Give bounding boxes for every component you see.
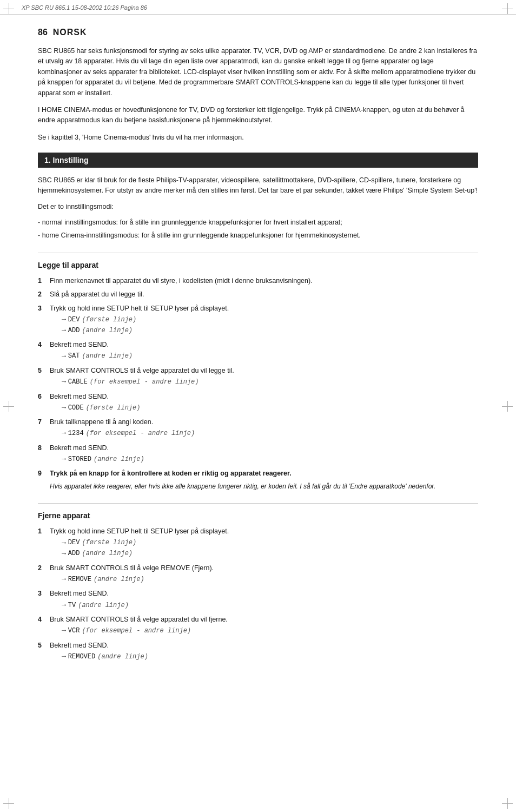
step-num-6: 6 bbox=[38, 392, 50, 402]
legge-step-7: 7 Bruk tallknappene til å angi koden. → … bbox=[38, 417, 478, 440]
reg-mark-br bbox=[502, 798, 513, 809]
step3-label-2: (andre linje) bbox=[82, 326, 133, 335]
step6-label-1: (første linje) bbox=[86, 404, 141, 413]
divider-fjerne bbox=[38, 503, 478, 504]
fjerne-step-5: 5 Bekreft med SEND. → REMOVED (andre lin… bbox=[38, 641, 478, 663]
intro-para-2: I HOME CINEMA-modus er hovedfunksjonene … bbox=[38, 105, 478, 126]
fjerne-step2-label-1: (andre linje) bbox=[94, 575, 144, 584]
step-content-9: Trykk på en knapp for å kontrollere at k… bbox=[50, 468, 478, 491]
mode-item-2: home Cinema-innstillingsmodus: for å sti… bbox=[38, 230, 478, 241]
step-text-6: Bekreft med SEND. bbox=[50, 393, 109, 400]
fjerne-step-text-5: Bekreft med SEND. bbox=[50, 642, 109, 649]
step6-val-1: CODE bbox=[68, 404, 84, 413]
step-num-7: 7 bbox=[38, 417, 50, 427]
fjerne-step1-arrow-1: → DEV (første linje) bbox=[62, 538, 478, 548]
step-text-1: Finn merkenavnet til apparatet du vil st… bbox=[50, 277, 313, 285]
section1-body: SBC RU865 er klar til bruk for de fleste… bbox=[38, 175, 478, 196]
step-num-4: 4 bbox=[38, 340, 50, 350]
step-text-7: Bruk tallknappene til å angi koden. bbox=[50, 418, 153, 426]
step-content-2: Slå på apparatet du vil legge til. bbox=[50, 289, 478, 300]
fjerne-step2-val-1: REMOVE bbox=[68, 575, 91, 584]
legge-step-3: 3 Trykk og hold inne SETUP helt til SETU… bbox=[38, 303, 478, 337]
step4-val-1: SAT bbox=[68, 352, 80, 361]
legge-step-6: 6 Bekreft med SEND. → CODE (første linje… bbox=[38, 392, 478, 414]
fjerne-step2-arrow-1: → REMOVE (andre linje) bbox=[62, 575, 478, 584]
step-text-9: Trykk på en knapp for å kontrollere at k… bbox=[50, 470, 292, 477]
step6-arrow-1: → CODE (første linje) bbox=[62, 403, 478, 413]
reg-mark-mr bbox=[502, 401, 513, 412]
fjerne-title: Fjerne apparat bbox=[38, 511, 478, 520]
step-content-7: Bruk tallknappene til å angi koden. → 12… bbox=[50, 417, 478, 440]
step7-arrow-1: → 1234 (for eksempel - andre linje) bbox=[62, 428, 478, 438]
fjerne-step-content-3: Bekreft med SEND. → TV (andre linje) bbox=[50, 589, 478, 611]
fjerne-step-3: 3 Bekreft med SEND. → TV (andre linje) bbox=[38, 589, 478, 611]
fjerne-step1-val-2: ADD bbox=[68, 549, 80, 558]
fjerne-step-1: 1 Trykk og hold inne SETUP helt til SETU… bbox=[38, 526, 478, 560]
legge-title: Legge til apparat bbox=[38, 261, 478, 269]
step3-arrow-2: → ADD (andre linje) bbox=[62, 326, 478, 335]
fjerne-step-text-2: Bruk SMART CONTROLS til å velge REMOVE (… bbox=[50, 564, 214, 572]
fjerne-step-text-1: Trykk og hold inne SETUP helt til SETUP … bbox=[50, 527, 229, 535]
step-text-5: Bruk SMART CONTROLS til å velge apparate… bbox=[50, 367, 234, 374]
intro-para-3: Se i kapittel 3, 'Home Cinema-modus' hvi… bbox=[38, 133, 478, 143]
reg-mark-tr bbox=[502, 3, 513, 14]
fjerne-step-num-1: 1 bbox=[38, 526, 50, 537]
section1-header: 1. Innstilling bbox=[38, 153, 478, 168]
fjerne-step-content-5: Bekreft med SEND. → REMOVED (andre linje… bbox=[50, 641, 478, 663]
step5-val-1: CABLE bbox=[68, 378, 88, 387]
step-text-4: Bekreft med SEND. bbox=[50, 341, 109, 348]
step-content-5: Bruk SMART CONTROLS til å velge apparate… bbox=[50, 366, 478, 388]
fjerne-step1-val-1: DEV bbox=[68, 538, 80, 547]
step-content-8: Bekreft med SEND. → STORED (andre linje) bbox=[50, 443, 478, 466]
step-content-6: Bekreft med SEND. → CODE (første linje) bbox=[50, 392, 478, 414]
mode-item-1: normal innstillingsmodus: for å stille i… bbox=[38, 217, 478, 228]
fjerne-step-text-4: Bruk SMART CONTROLS til å velge apparate… bbox=[50, 616, 228, 623]
fjerne-step4-arrow-1: → VCR (for eksempel - andre linje) bbox=[62, 626, 478, 636]
fjerne-step4-label-1: (for eksempel - andre linje) bbox=[82, 626, 191, 636]
step-num-1: 1 bbox=[38, 276, 50, 286]
step9-note: Hvis apparatet ikke reagerer, eller hvis… bbox=[50, 481, 478, 492]
step8-arrow-1: → STORED (andre linje) bbox=[62, 454, 478, 464]
step-text-3: Trykk og hold inne SETUP helt til SETUP … bbox=[50, 305, 229, 312]
fjerne-step-content-1: Trykk og hold inne SETUP helt til SETUP … bbox=[50, 526, 478, 560]
page-number: 86 bbox=[38, 28, 48, 37]
fjerne-step-num-3: 3 bbox=[38, 589, 50, 599]
step8-label-1: (andre linje) bbox=[94, 455, 144, 464]
step-content-3: Trykk og hold inne SETUP helt til SETUP … bbox=[50, 303, 478, 337]
step-num-3: 3 bbox=[38, 303, 50, 314]
step4-label-1: (andre linje) bbox=[82, 352, 133, 361]
fjerne-step3-label-1: (andre linje) bbox=[78, 601, 129, 610]
step4-arrow-1: → SAT (andre linje) bbox=[62, 352, 478, 361]
step3-val-1: DEV bbox=[68, 315, 80, 325]
legge-steps: 1 Finn merkenavnet til apparatet du vil … bbox=[38, 276, 478, 491]
step3-label-1: (første linje) bbox=[82, 315, 136, 325]
reg-mark-ml bbox=[3, 401, 14, 412]
fjerne-step5-label-1: (andre linje) bbox=[97, 652, 148, 662]
legge-step-9: 9 Trykk på en knapp for å kontrollere at… bbox=[38, 468, 478, 491]
fjerne-step5-arrow-1: → REMOVED (andre linje) bbox=[62, 652, 478, 662]
step3-val-2: ADD bbox=[68, 326, 80, 335]
fjerne-step-content-4: Bruk SMART CONTROLS til å velge apparate… bbox=[50, 615, 478, 637]
fjerne-step-text-3: Bekreft med SEND. bbox=[50, 590, 109, 597]
modes-intro: Det er to innstillingsmodi: bbox=[38, 202, 478, 212]
fjerne-step4-val-1: VCR bbox=[68, 626, 80, 636]
fjerne-steps: 1 Trykk og hold inne SETUP helt til SETU… bbox=[38, 526, 478, 663]
content-area: 86 NORSK SBC RU865 har seks funksjonsmod… bbox=[0, 15, 516, 690]
step-num-9: 9 bbox=[38, 468, 50, 479]
step-num-2: 2 bbox=[38, 289, 50, 300]
step5-arrow-1: → CABLE (for eksempel - andre linje) bbox=[62, 377, 478, 387]
step7-label-1: (for eksempel - andre linje) bbox=[86, 429, 195, 438]
fjerne-step1-label-1: (første linje) bbox=[82, 538, 136, 547]
step-content-1: Finn merkenavnet til apparatet du vil st… bbox=[50, 276, 478, 286]
legge-step-5: 5 Bruk SMART CONTROLS til å velge appara… bbox=[38, 366, 478, 388]
fjerne-step1-arrow-2: → ADD (andre linje) bbox=[62, 549, 478, 559]
step5-label-1: (for eksempel - andre linje) bbox=[90, 378, 199, 387]
step-text-2: Slå på apparatet du vil legge til. bbox=[50, 291, 144, 298]
fjerne-step-num-4: 4 bbox=[38, 615, 50, 625]
fjerne-step5-val-1: REMOVED bbox=[68, 652, 95, 662]
header-bar: XP SBC RU 865.1 15-08-2002 10:26 Pagina … bbox=[0, 0, 516, 15]
header-text: XP SBC RU 865.1 15-08-2002 10:26 Pagina … bbox=[22, 4, 147, 11]
legge-step-8: 8 Bekreft med SEND. → STORED (andre linj… bbox=[38, 443, 478, 466]
fjerne-step-4: 4 Bruk SMART CONTROLS til å velge appara… bbox=[38, 615, 478, 637]
legge-step-2: 2 Slå på apparatet du vil legge til. bbox=[38, 289, 478, 300]
